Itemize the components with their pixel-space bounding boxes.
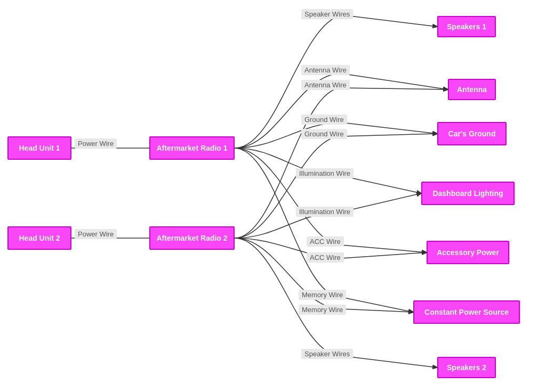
- speaker-wires-2-label: Speaker Wires: [301, 349, 353, 359]
- illumination-wire-1-label: Illumination Wire: [296, 168, 354, 178]
- accessory-power-node: Accessory Power: [427, 241, 509, 264]
- head-unit-1-node: Head Unit 1: [7, 136, 71, 160]
- diagram: Head Unit 1 Head Unit 2 Aftermarket Radi…: [0, 0, 546, 392]
- memory-wire-1-label: Memory Wire: [299, 290, 346, 300]
- power-wire-1-label: Power Wire: [75, 138, 117, 149]
- ground-wire-2-label: Ground Wire: [301, 129, 347, 139]
- illumination-wire-2-label: Illumination Wire: [296, 207, 354, 217]
- acc-wire-2-label: ACC Wire: [307, 252, 344, 263]
- cars-ground-node: Car's Ground: [437, 122, 507, 145]
- speaker-wires-1-label: Speaker Wires: [301, 9, 353, 19]
- antenna-wire-2-label: Antenna Wire: [301, 80, 350, 90]
- power-wire-2-label: Power Wire: [75, 229, 117, 239]
- constant-power-source-node: Constant Power Source: [413, 300, 520, 324]
- antenna-node: Antenna: [448, 79, 496, 100]
- ground-wire-1-label: Ground Wire: [301, 115, 347, 125]
- speakers-2-node: Speakers 2: [437, 357, 496, 378]
- acc-wire-1-label: ACC Wire: [307, 236, 344, 247]
- aftermarket-radio-2-node: Aftermarket Radio 2: [149, 226, 235, 250]
- aftermarket-radio-1-node: Aftermarket Radio 1: [149, 136, 235, 160]
- head-unit-2-node: Head Unit 2: [7, 226, 71, 250]
- dashboard-lighting-node: Dashboard Lighting: [421, 182, 515, 205]
- memory-wire-2-label: Memory Wire: [299, 305, 346, 315]
- speakers-1-node: Speakers 1: [437, 16, 496, 37]
- antenna-wire-1-label: Antenna Wire: [301, 65, 350, 75]
